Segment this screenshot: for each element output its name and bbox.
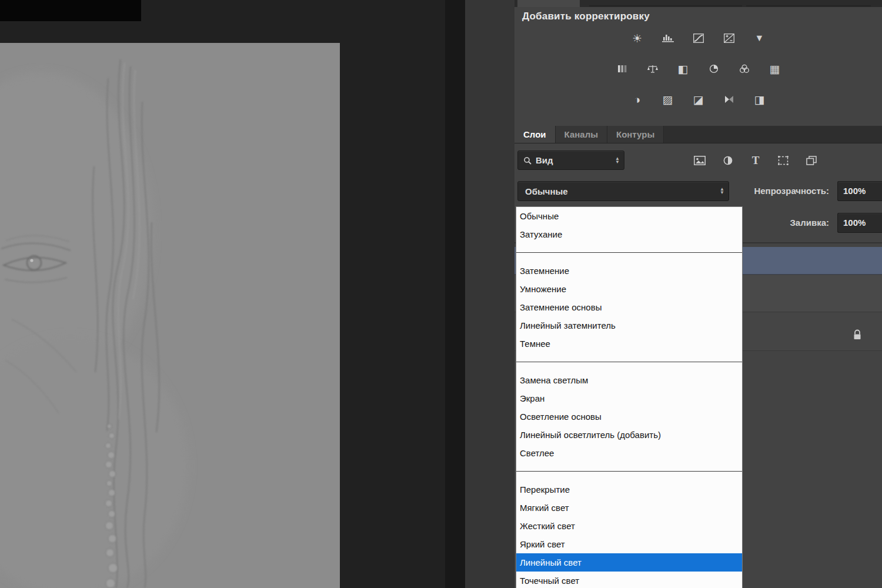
adjustments-panel-title: Добавить корректировку xyxy=(522,11,650,22)
channel-mixer-icon xyxy=(739,64,750,74)
color-balance-icon xyxy=(647,64,659,74)
blend-mode-current: Обычные xyxy=(525,186,568,196)
opacity-label: Непрозрачность: xyxy=(740,181,829,201)
panel-groove xyxy=(589,5,742,6)
highpass-image xyxy=(0,43,340,588)
search-icon xyxy=(523,156,532,165)
tab-layers[interactable]: Слои xyxy=(514,126,556,143)
spinner-arrows-icon: ▲▼ xyxy=(615,157,624,164)
adjustment-threshold-button[interactable]: ◪ xyxy=(688,91,709,108)
adjustment-brightness-contrast-button[interactable]: ☀ xyxy=(627,29,648,47)
adjustments-row-1: ☀ ▼ xyxy=(514,28,882,48)
tab-channels[interactable]: Каналы xyxy=(556,126,607,143)
workspace-divider xyxy=(445,0,465,588)
brightness-contrast-icon: ☀ xyxy=(632,33,642,44)
shape-layers-icon xyxy=(778,156,789,165)
blend-menu-item[interactable]: Точечный свет xyxy=(516,572,742,588)
panel-groove xyxy=(746,5,871,6)
filter-type-select[interactable]: Вид ▲▼ xyxy=(517,151,624,170)
black-white-icon: ◧ xyxy=(678,64,689,75)
adjustment-vibrance-button[interactable]: ▼ xyxy=(749,29,770,47)
adjustment-posterize-button[interactable]: ▨ xyxy=(657,91,679,108)
blend-menu-item[interactable]: Линейный затемнитель xyxy=(516,316,742,335)
blend-menu-item[interactable]: Яркий свет xyxy=(516,535,742,553)
adjustments-icon-grid: ☀ ▼ xyxy=(514,28,882,120)
panel-tab-stub xyxy=(517,0,580,7)
adjustment-black-white-button[interactable]: ◧ xyxy=(673,60,694,78)
adjustment-curves-button[interactable] xyxy=(688,29,709,47)
adjustment-gradient-map-button[interactable] xyxy=(719,91,740,108)
filter-type-label: Вид xyxy=(536,155,553,165)
adjustment-photo-filter-button[interactable] xyxy=(703,60,724,78)
blend-menu-item[interactable]: Экран xyxy=(516,389,742,407)
adjustments-row-3: ◑ ▨ ◪ ◨ xyxy=(514,89,882,109)
filter-type-layers-button[interactable]: T xyxy=(744,151,767,170)
canvas-black-corner xyxy=(0,0,141,21)
color-lookup-icon: ▦ xyxy=(770,64,780,75)
panel-tab-bar: Слои Каналы Контуры xyxy=(514,126,882,143)
adjustment-levels-button[interactable] xyxy=(657,29,679,47)
blend-mode-menu: Обычные Затухание Затемнение Умножение З… xyxy=(516,206,743,588)
threshold-icon: ◪ xyxy=(693,94,704,105)
blend-menu-item[interactable]: Затухание xyxy=(516,225,742,243)
type-layers-icon: T xyxy=(752,154,760,167)
filter-shape-layers-button[interactable] xyxy=(772,151,794,170)
adjustment-color-lookup-button[interactable]: ▦ xyxy=(764,60,786,78)
blend-menu-item-selected[interactable]: Линейный свет xyxy=(516,553,742,572)
selective-color-icon: ◨ xyxy=(754,94,765,105)
fill-label: Заливка: xyxy=(740,213,829,233)
fill-field[interactable]: 100% xyxy=(837,213,882,233)
smart-objects-icon xyxy=(806,156,817,165)
filter-pixel-layers-button[interactable] xyxy=(689,151,711,170)
blend-menu-item[interactable]: Линейный осветлитель (добавить) xyxy=(516,426,742,444)
panel-dock-gap xyxy=(465,0,514,588)
invert-icon: ◑ xyxy=(634,94,640,105)
levels-icon xyxy=(662,34,674,43)
vibrance-icon: ▼ xyxy=(755,34,764,43)
blend-menu-item[interactable]: Мягкий свет xyxy=(516,499,742,517)
curves-icon xyxy=(693,34,704,43)
spinner-arrows-icon: ▲▼ xyxy=(720,188,729,195)
blend-mode-select[interactable]: Обычные ▲▼ xyxy=(517,181,729,201)
document-canvas[interactable] xyxy=(0,43,340,588)
blend-menu-item[interactable]: Умножение xyxy=(516,280,742,298)
lock-icon[interactable] xyxy=(853,329,862,340)
tab-bar-filler xyxy=(664,126,882,143)
adjustment-exposure-button[interactable] xyxy=(719,29,740,47)
panel-group-top-edge xyxy=(514,0,882,7)
blend-menu-item[interactable]: Темнее xyxy=(516,335,742,353)
adjustment-hue-saturation-button[interactable] xyxy=(612,60,633,78)
blend-menu-item[interactable]: Затемнение основы xyxy=(516,298,742,316)
adjustments-row-2: ◧ ▦ xyxy=(514,59,882,79)
gradient-map-icon xyxy=(724,95,734,104)
blend-menu-item[interactable]: Замена светлым xyxy=(516,371,742,389)
blend-menu-item[interactable]: Осветление основы xyxy=(516,407,742,426)
blend-menu-item[interactable]: Светлее xyxy=(516,444,742,462)
blend-menu-item[interactable]: Жесткий свет xyxy=(516,517,742,535)
adjustment-layers-icon xyxy=(723,156,733,165)
pixel-layers-icon xyxy=(694,156,706,165)
adjustment-selective-color-button[interactable]: ◨ xyxy=(749,91,770,108)
blend-menu-item[interactable]: Затемнение xyxy=(516,262,742,280)
tab-paths[interactable]: Контуры xyxy=(607,126,664,143)
canvas-area xyxy=(0,0,445,588)
menu-divider xyxy=(516,462,742,480)
filter-adjustment-layers-button[interactable] xyxy=(717,151,739,170)
opacity-field[interactable]: 100% xyxy=(837,181,882,201)
menu-divider xyxy=(516,353,742,371)
posterize-icon: ▨ xyxy=(663,94,673,105)
exposure-icon xyxy=(724,34,734,43)
blend-menu-item[interactable]: Обычные xyxy=(516,207,742,225)
blend-menu-item[interactable]: Перекрытие xyxy=(516,480,742,499)
photo-filter-icon xyxy=(709,64,719,74)
adjustment-channel-mixer-button[interactable] xyxy=(734,60,755,78)
hue-saturation-icon xyxy=(617,64,627,74)
adjustment-invert-button[interactable]: ◑ xyxy=(627,91,648,108)
adjustment-color-balance-button[interactable] xyxy=(642,60,663,78)
menu-divider xyxy=(516,243,742,262)
filter-smart-objects-button[interactable] xyxy=(800,151,823,170)
